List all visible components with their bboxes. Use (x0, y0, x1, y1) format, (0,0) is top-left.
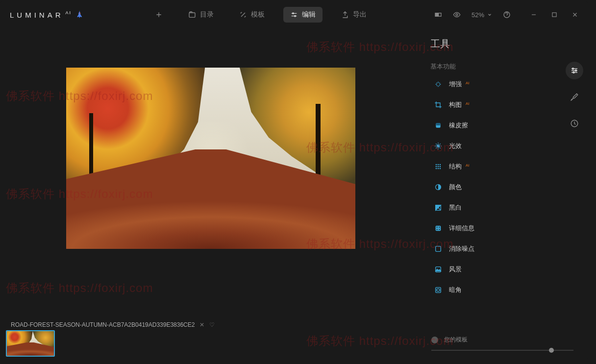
help-icon[interactable] (503, 11, 511, 19)
svg-point-32 (572, 68, 574, 70)
landscape-icon (434, 266, 442, 273)
tool-label: 构图 (449, 100, 462, 109)
wand-icon (239, 11, 247, 19)
svg-rect-4 (435, 13, 438, 17)
chevron-down-icon (487, 12, 492, 17)
svg-point-31 (437, 289, 440, 291)
panel-title: 工具 (430, 37, 576, 50)
filmstrip (6, 330, 55, 357)
denoise-icon (434, 245, 442, 253)
svg-point-2 (293, 13, 294, 14)
eraser-icon (434, 121, 442, 129)
vignette-icon (434, 286, 442, 294)
tool-label: 增强 (449, 80, 462, 89)
right-controls: 52% (434, 11, 578, 19)
rocket-icon (75, 10, 84, 19)
nav-export[interactable]: 导出 (334, 7, 373, 23)
tool-item-light[interactable]: 光效 (434, 142, 576, 150)
thumbnail[interactable] (6, 330, 55, 357)
ai-badge: AI (466, 81, 470, 85)
svg-rect-1 (189, 13, 195, 17)
section-label: 基本功能 (430, 62, 576, 71)
nav-templates-label: 模板 (251, 10, 265, 19)
svg-point-3 (295, 15, 296, 17)
file-close-button[interactable]: ✕ (199, 321, 204, 328)
file-name: ROAD-FOREST-SEASON-AUTUMN-ACB7A2B0419AD3… (11, 321, 195, 328)
export-icon (341, 11, 349, 19)
template-knob[interactable] (431, 337, 438, 343)
tool-item-eraser[interactable]: 橡皮擦 (434, 121, 576, 130)
svg-rect-24 (437, 227, 438, 228)
svg-rect-25 (439, 227, 440, 228)
right-rail (566, 62, 583, 132)
minimize-button[interactable] (530, 11, 537, 18)
tool-label: 黑白 (449, 203, 462, 212)
favorite-button[interactable]: ♡ (209, 321, 215, 328)
history-button[interactable] (566, 115, 583, 132)
svg-point-16 (438, 166, 439, 168)
svg-point-14 (440, 164, 441, 166)
nav-templates[interactable]: 模板 (232, 7, 272, 23)
app-name: LUMINAR (10, 11, 64, 19)
tool-label: 详细信息 (449, 224, 474, 233)
maximize-button[interactable] (551, 11, 558, 18)
ai-badge: AI (466, 163, 470, 168)
tool-label: 颜色 (449, 183, 462, 192)
svg-point-13 (438, 164, 439, 166)
templates-bar: 您的模板 (431, 336, 573, 351)
tool-item-vignette[interactable]: 暗角 (434, 286, 576, 294)
nav-edit[interactable]: 编辑 (283, 7, 323, 23)
svg-rect-10 (436, 123, 440, 125)
brush-button[interactable] (566, 88, 583, 106)
svg-point-20 (440, 168, 441, 170)
plus-icon (155, 11, 163, 19)
canvas-area: ROAD-FOREST-SEASON-AUTUMN-ACB7A2B0419AD3… (0, 29, 422, 361)
tool-label: 光效 (449, 142, 462, 150)
svg-point-0 (79, 13, 80, 14)
app-logo: LUMINAR AI (10, 10, 84, 19)
tool-item-bw[interactable]: 黑白 (434, 203, 576, 212)
svg-rect-8 (552, 13, 556, 17)
tools-panel: 工具 基本功能 增强AI构图AI橡皮擦光效结构AI颜色黑白详细信息消除噪点风景暗… (422, 29, 588, 361)
tool-item-color[interactable]: 颜色 (434, 183, 576, 192)
svg-point-15 (436, 166, 437, 168)
tool-item-crop[interactable]: 构图AI (434, 100, 576, 109)
nav-catalog[interactable]: 目录 (181, 7, 221, 23)
adjustments-button[interactable] (566, 62, 583, 79)
svg-point-19 (438, 168, 439, 170)
svg-point-34 (573, 72, 574, 73)
zoom-control[interactable]: 52% (472, 11, 492, 19)
svg-point-6 (456, 14, 458, 16)
eye-icon[interactable] (453, 11, 461, 19)
svg-point-11 (437, 145, 439, 147)
sparkle-icon (434, 80, 442, 88)
slider-thumb[interactable] (549, 348, 554, 353)
tool-label: 结构 (449, 162, 462, 171)
file-info: ROAD-FOREST-SEASON-AUTUMN-ACB7A2B0419AD3… (11, 321, 215, 328)
svg-rect-26 (437, 229, 438, 230)
tool-label: 风景 (449, 265, 462, 274)
tool-item-denoise[interactable]: 消除噪点 (434, 244, 576, 253)
tool-item-landscape[interactable]: 风景 (434, 265, 576, 274)
nav-export-label: 导出 (353, 10, 367, 19)
tool-item-sparkle[interactable]: 增强AI (434, 80, 576, 89)
svg-rect-5 (439, 13, 441, 17)
app-suffix: AI (66, 10, 72, 15)
history-icon (570, 119, 579, 128)
zoom-value: 52% (472, 11, 484, 19)
sliders-icon (570, 66, 579, 75)
bw-icon (434, 204, 442, 212)
photo-preview[interactable] (66, 68, 355, 249)
compare-icon[interactable] (434, 11, 442, 19)
structure-icon (434, 163, 442, 170)
template-slider[interactable] (431, 350, 573, 351)
nav-catalog-label: 目录 (200, 10, 214, 19)
ai-badge: AI (466, 101, 470, 106)
tool-label: 橡皮擦 (449, 121, 468, 130)
close-button[interactable] (571, 11, 578, 18)
svg-rect-28 (436, 246, 441, 252)
tool-item-details[interactable]: 详细信息 (434, 224, 576, 233)
add-button[interactable] (148, 7, 170, 22)
tool-item-structure[interactable]: 结构AI (434, 162, 576, 171)
folder-icon (188, 11, 196, 19)
